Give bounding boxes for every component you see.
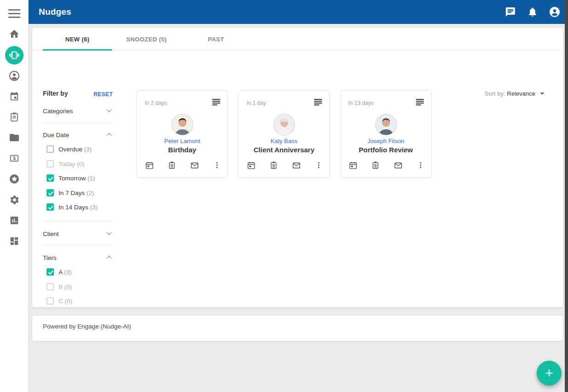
sort-label: Sort by:	[485, 90, 505, 97]
note-icon[interactable]	[269, 161, 278, 170]
client-name-link[interactable]: Joseph Filson	[340, 138, 431, 144]
left-nav-rail: $	[0, 0, 29, 392]
filter-option-tier-a[interactable]: A (3)	[47, 268, 72, 276]
option-label: A	[59, 269, 62, 276]
filter-section-client[interactable]: Client	[43, 229, 113, 238]
favorites-star-icon	[9, 173, 20, 184]
note-icon[interactable]	[167, 161, 176, 170]
notes-icon[interactable]	[416, 99, 424, 105]
topbar-actions	[505, 0, 560, 24]
filter-section-due-date[interactable]: Due Date	[43, 130, 113, 139]
checkbox[interactable]	[47, 160, 54, 167]
more-vert-icon[interactable]	[212, 161, 222, 170]
calendar-icon[interactable]	[145, 161, 154, 170]
chat-icon[interactable]	[505, 6, 516, 17]
sidebar-item-settings[interactable]	[0, 190, 29, 209]
avatar	[375, 114, 397, 136]
more-vert-icon[interactable]	[314, 161, 323, 170]
checkbox[interactable]	[47, 174, 54, 182]
nudge-card-client-anniversary[interactable]: In 1 day Katy Bass Client Anniversary	[238, 90, 330, 178]
filter-section-categories[interactable]: Categories	[43, 106, 113, 115]
filter-section-label: Categories	[43, 108, 73, 115]
client-name-link[interactable]: Katy Bass	[239, 138, 329, 144]
calendar-icon[interactable]	[348, 161, 357, 170]
notes-icon[interactable]	[212, 99, 220, 105]
nudges-vibration-icon	[9, 50, 19, 60]
sidebar-item-nudges-active[interactable]	[0, 46, 29, 64]
tab-new[interactable]: NEW (6)	[43, 28, 112, 51]
filter-title: Filter by	[43, 90, 68, 97]
sidebar-item-documents[interactable]	[0, 128, 29, 147]
filter-section-tiers[interactable]: Tiers	[43, 253, 113, 262]
notes-icon[interactable]	[314, 99, 322, 105]
nudge-card-portfolio-review[interactable]: In 13 days Joseph Filson Portfolio Revie…	[340, 90, 432, 178]
billing-dollar-icon: $	[9, 153, 19, 163]
footer-panel: Powered by Engage (Nudge-AI)	[32, 316, 563, 341]
option-count: (0)	[77, 161, 85, 167]
notifications-bell-icon[interactable]	[527, 6, 538, 17]
option-label: In 14 Days	[59, 204, 88, 211]
tab-past[interactable]: PAST	[182, 28, 251, 51]
option-label: Tomorrow	[59, 175, 86, 182]
account-icon[interactable]	[549, 6, 560, 17]
option-label: In 7 Days	[59, 190, 85, 196]
checkbox[interactable]	[47, 283, 54, 290]
option-count: (2)	[87, 190, 94, 196]
page-title: Nudges	[39, 7, 71, 17]
filter-option-tier-c[interactable]: C (0)	[47, 297, 72, 305]
mail-icon[interactable]	[393, 161, 403, 170]
tab-snoozed[interactable]: SNOOZED (5)	[112, 28, 181, 51]
filter-option-in-7-days[interactable]: In 7 Days (2)	[47, 189, 94, 197]
sidebar-item-reports[interactable]	[0, 211, 29, 230]
due-label: In 2 days	[145, 100, 167, 106]
tabs-bar: NEW (6) SNOOZED (5) PAST	[32, 28, 563, 51]
option-count: (3)	[90, 204, 98, 211]
app-screen: $ Nudges NEW (6) SNOOZED (5) PAST	[0, 0, 568, 392]
mail-icon[interactable]	[190, 161, 199, 170]
checkbox[interactable]	[47, 268, 54, 276]
powered-by-text: Powered by Engage (Nudge-AI)	[43, 323, 131, 330]
scrollbar[interactable]	[565, 0, 568, 392]
client-name-link[interactable]: Peter Lamont	[137, 138, 228, 144]
sidebar-item-tasks[interactable]	[0, 108, 29, 126]
checkbox[interactable]	[47, 203, 54, 211]
filter-reset-button[interactable]: RESET	[87, 91, 113, 98]
sidebar-item-calendar[interactable]	[0, 87, 29, 106]
sort-by-dropdown[interactable]: Sort by: Relevance	[485, 90, 545, 97]
avatar	[273, 114, 295, 136]
chevron-up-icon	[106, 133, 111, 138]
filter-option-overdue[interactable]: Overdue (3)	[47, 145, 92, 153]
plus-icon: +	[545, 366, 553, 380]
sidebar-item-billing[interactable]: $	[0, 149, 29, 167]
filter-section-label: Client	[43, 231, 59, 237]
divider	[43, 122, 113, 123]
nudge-card-birthday[interactable]: In 2 days Peter Lamont Birthday	[136, 90, 228, 178]
sidebar-item-dashboard[interactable]	[0, 232, 29, 250]
chevron-down-icon	[106, 230, 111, 235]
checkbox[interactable]	[47, 297, 54, 305]
note-icon[interactable]	[371, 161, 380, 170]
filter-option-tomorrow[interactable]: Tomorrow (1)	[47, 174, 95, 182]
calendar-icon[interactable]	[246, 161, 256, 170]
checkbox[interactable]	[47, 145, 54, 153]
hamburger-icon	[8, 9, 20, 18]
option-count: (3)	[84, 146, 92, 153]
option-label: C	[59, 298, 63, 305]
due-label: In 13 days	[348, 100, 374, 106]
sidebar-item-home[interactable]	[0, 25, 29, 43]
filter-option-in-14-days[interactable]: In 14 Days (3)	[47, 203, 98, 211]
filter-option-tier-b[interactable]: B (0)	[47, 282, 72, 291]
card-actions	[348, 161, 425, 170]
hamburger-menu-button[interactable]	[0, 4, 29, 23]
card-actions	[145, 161, 222, 170]
checkbox[interactable]	[47, 189, 54, 196]
mail-icon[interactable]	[292, 161, 301, 170]
more-vert-icon[interactable]	[416, 161, 425, 170]
option-count: (0)	[64, 283, 72, 290]
add-nudge-fab[interactable]: +	[537, 361, 562, 386]
sidebar-item-favorites[interactable]	[0, 170, 29, 188]
filter-option-today[interactable]: Today (0)	[47, 160, 84, 168]
chevron-down-icon	[106, 107, 111, 112]
sidebar-item-clients[interactable]	[0, 67, 29, 85]
divider	[43, 245, 113, 246]
